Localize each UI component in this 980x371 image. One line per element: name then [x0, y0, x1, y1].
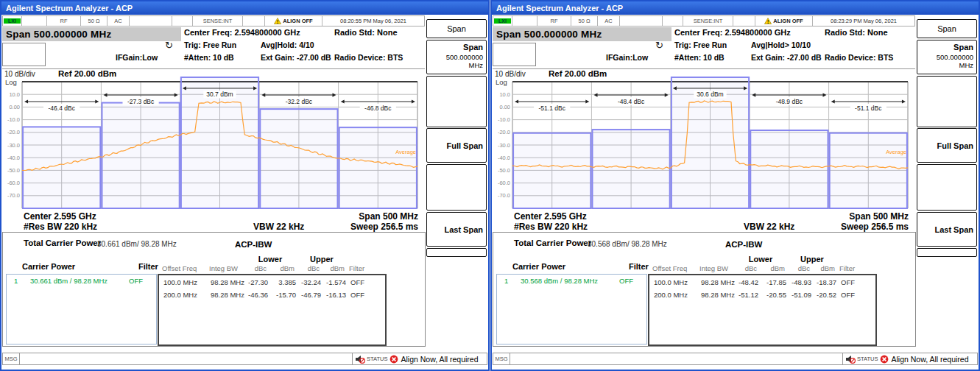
total-carrier-power-label: Total Carrier Power: [514, 239, 591, 247]
svg-text:-30.0: -30.0: [7, 142, 20, 149]
offset-table: 100.0 MHz 98.28 MHz -48.42 -17.85 -48.93…: [648, 274, 877, 346]
atten-label: #Atten: 10 dB: [184, 53, 234, 62]
blank-button[interactable]: [917, 76, 977, 127]
col-header-dbc-upper: dBc: [299, 264, 320, 272]
sense-label: SENSE:INT: [683, 16, 733, 26]
menu-panel: Span Span 500.000000 MHz Full Span Last …: [916, 15, 979, 351]
svg-text:-60.0: -60.0: [7, 180, 20, 186]
blank-button[interactable]: [426, 76, 487, 127]
blank-button[interactable]: [426, 248, 487, 257]
carrier-power-header: Carrier Power: [22, 262, 75, 271]
status-error-icon[interactable]: [389, 355, 398, 364]
blank-button[interactable]: [426, 164, 487, 211]
svg-text:-20.0: -20.0: [498, 129, 510, 135]
window-title: Agilent Spectrum Analyzer - ACP: [496, 4, 623, 13]
table-cell: -20.52: [813, 291, 836, 299]
full-span-button[interactable]: Full Span: [426, 128, 487, 163]
lxi-badge: LXI: [494, 18, 511, 24]
log-scale-label: Log: [496, 78, 507, 86]
status-error-icon[interactable]: [880, 355, 889, 364]
table-cell: OFF: [350, 278, 364, 286]
carrier-filter-header: Filter: [629, 262, 649, 271]
svg-text:-46.8 dBc: -46.8 dBc: [364, 105, 392, 112]
spacer-cell: [620, 16, 663, 26]
table-cell: -46.79: [299, 291, 321, 299]
ref-level-label: Ref 20.00 dBm: [549, 69, 607, 78]
carrier-filter-header: Filter: [138, 262, 158, 271]
table-cell: 98.28 MHz: [701, 291, 735, 299]
coupling-label: AC: [107, 16, 130, 26]
blank-button[interactable]: [917, 248, 977, 257]
table-cell: -18.37: [813, 278, 836, 286]
scale-div-label: 10 dB/div: [4, 70, 35, 78]
msg-label: MSG: [3, 353, 20, 364]
full-span-button[interactable]: Full Span: [917, 128, 977, 163]
svg-text:10.0: 10.0: [499, 91, 510, 98]
svg-text:-30.0: -30.0: [498, 142, 510, 149]
col-header-offset: Offset Freq: [162, 264, 197, 272]
lxi-badge: LXI: [4, 18, 21, 24]
status-bar: LXI RF 50 Ω AC SENSE:INT ! ALIGN OFF 08:…: [493, 15, 915, 26]
carrier-row-value: 30.568 dBm / 98.28 MHz: [521, 277, 598, 285]
meas-mode-label: ACP-IBW: [235, 240, 272, 249]
table-cell: -46.36: [246, 291, 268, 299]
span-value-button[interactable]: Span 500.000000 MHz: [917, 40, 977, 74]
spacer-cell: [512, 16, 537, 26]
table-cell: 200.0 MHz: [163, 291, 197, 299]
svg-text:-32.2 dBc: -32.2 dBc: [286, 98, 313, 105]
span-readout: Span 500.000000 MHz: [2, 27, 181, 41]
carrier-row-index[interactable]: 1: [14, 277, 18, 285]
last-span-button[interactable]: Last Span: [917, 212, 977, 247]
span-button-value: 500.000000 MHz: [430, 53, 483, 69]
col-header-dbm-lower: dBm: [271, 264, 295, 272]
align-warning: ! ALIGN OFF: [265, 16, 322, 26]
radio-std-label: Radio Std: None: [825, 28, 888, 37]
footer-rbw: #Res BW 220 kHz: [514, 222, 588, 232]
ifgain-label: IFGain:Low: [116, 53, 158, 62]
carrier-list-box: 1 30.568 dBm / 98.28 MHz OFF: [496, 274, 647, 344]
svg-text:-40.0: -40.0: [7, 155, 20, 161]
rf-label: RF: [47, 16, 81, 26]
datetime-label: 08:20:55 PM May 06, 2021: [322, 16, 424, 26]
last-span-button[interactable]: Last Span: [426, 212, 487, 247]
analyzer-window-left: Agilent Spectrum Analyzer - ACP LXI RF 5…: [0, 0, 490, 371]
spacer-cell: [172, 16, 193, 26]
spectrum-graph: 10.00.00-10.0-20.0-30.0-40.0-50.0-60.0-7…: [493, 68, 915, 211]
table-cell: -48.42: [736, 278, 758, 286]
radio-device-label: Radio Device: BTS: [334, 53, 403, 62]
spectrum-chart: 10.00.00-10.0-20.0-30.0-40.0-50.0-60.0-7…: [2, 69, 425, 211]
svg-text:-51.1 dBc: -51.1 dBc: [855, 105, 882, 112]
carrier-power-header: Carrier Power: [512, 262, 565, 271]
message-area[interactable]: [510, 353, 843, 364]
table-cell: -17.85: [761, 278, 786, 286]
col-header-integ: Integ BW: [699, 264, 728, 272]
table-cell: 98.28 MHz: [211, 291, 244, 299]
table-cell: 3.385: [271, 278, 296, 286]
span-value-button[interactable]: Span 500.000000 MHz: [426, 40, 487, 74]
footer-span: Span 500 MHz: [783, 211, 909, 222]
blank-button[interactable]: [917, 164, 977, 211]
title-bar[interactable]: Agilent Spectrum Analyzer - ACP: [492, 1, 979, 15]
menu-title: Span: [917, 19, 977, 38]
table-cell: -27.30: [246, 278, 268, 286]
svg-text:-48.4 dBc: -48.4 dBc: [618, 98, 645, 105]
svg-text:Average: Average: [886, 149, 906, 155]
carrier-row-value: 30.661 dBm / 98.28 MHz: [30, 277, 107, 285]
rf-label: RF: [537, 16, 571, 26]
total-carrier-power-label: Total Carrier Power: [24, 239, 101, 247]
col-header-dbm-upper: dBm: [813, 264, 835, 272]
svg-text:-50.0: -50.0: [498, 167, 510, 174]
speaker-muted-icon[interactable]: [845, 355, 856, 364]
radio-std-label: Radio Std: None: [334, 28, 398, 37]
svg-text:-20.0: -20.0: [7, 129, 20, 135]
avg-hold-label: Avg|Hold: 4/10: [261, 40, 314, 49]
message-area[interactable]: [20, 353, 353, 364]
title-bar[interactable]: Agilent Spectrum Analyzer - ACP: [1, 1, 488, 15]
speaker-muted-icon[interactable]: [355, 355, 365, 364]
lxi-cell: LXI: [3, 16, 22, 26]
spacer-cell: [130, 16, 172, 26]
align-warning-label: ALIGN OFF: [773, 18, 803, 24]
lower-group-header: Lower: [736, 255, 785, 264]
svg-text:-50.0: -50.0: [7, 167, 20, 174]
carrier-row-index[interactable]: 1: [504, 277, 508, 285]
